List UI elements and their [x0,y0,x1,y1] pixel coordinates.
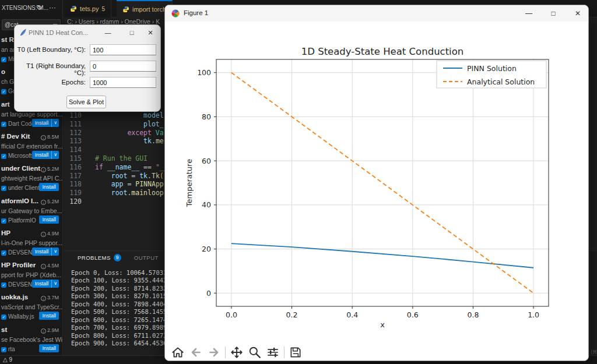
warnings-indicator[interactable]: △ 9 [3,356,12,363]
download-icon: ↓ [41,135,46,140]
legend-label: Analytical Solution [467,77,535,86]
publisher-icon: ✓ [1,282,6,288]
publisher-icon: ✓ [1,89,6,94]
line-number: 111 [64,120,82,128]
chevron-down-icon[interactable]: ∨ [51,151,59,159]
extension-publisher: ✓Dart Code [1,121,35,127]
save-icon[interactable] [289,345,303,359]
extension-description: ch G [1,78,14,85]
panel-tab-output[interactable]: OUTPUT [134,254,159,261]
legend-label: PINN Solution [467,64,517,73]
figure-title-bar[interactable]: Figure 1 — □ ✕ [165,5,588,22]
install-button[interactable]: Install [39,183,59,191]
chart-title: 1D Steady-State Heat Conduction [301,46,464,57]
line-number: 113 [64,137,82,145]
y-tick-label: 40 [202,200,211,209]
problems-badge: 9 [114,254,121,261]
y-tick-label: 0 [206,289,211,298]
extension-item[interactable]: under Client↓5.2Mghtweight Rest API C...… [0,165,63,196]
back-icon[interactable] [189,345,203,359]
publisher-icon: ✓ [1,250,6,256]
screen: 110 model = 111 plot_res112 except Value… [0,0,597,364]
extension-name: under Client [1,165,40,172]
plot-canvas[interactable]: 0.00.20.40.60.81.00204060801001D Steady-… [165,22,589,343]
install-button[interactable]: Install [39,344,59,352]
toolbar-separator [225,347,226,358]
install-button[interactable]: Install∨ [32,280,59,288]
publisher-icon: ✓ [1,314,6,320]
extension-name: HP [1,229,10,236]
extension-publisher: ✓Microsoft [1,153,32,159]
extension-name: st R [1,36,14,43]
download-count: ↓8.5M [41,134,59,140]
line-number: 114 [64,146,82,154]
t0-input[interactable] [90,44,156,55]
install-button[interactable]: Install∨ [32,151,59,159]
minimize-icon[interactable]: — [517,5,540,22]
line-chart: 0.00.20.40.60.81.00204060801001D Steady-… [165,22,589,343]
t1-input[interactable] [90,61,156,72]
install-button[interactable]: Install [39,312,59,320]
download-icon: ↓ [41,296,46,301]
figure-window-title: Figure 1 [184,9,208,16]
python-icon [70,5,77,12]
maximize-icon[interactable]: □ [542,5,565,22]
extension-item[interactable]: # Dev Kit↓8.5Mfficial C# extension fr...… [0,133,63,164]
terminal-line: Epoch 0, Loss: 10064.570312 [71,269,171,276]
background-text-fragment: (M [590,349,596,355]
forward-icon[interactable] [207,345,221,359]
extension-name: # Dev Kit [1,133,30,140]
series-analytical [231,73,533,294]
line-number: 110 [64,111,82,119]
epochs-input[interactable] [90,77,156,88]
download-count: ↓3.7M [41,295,59,301]
x-tick-label: 0.6 [407,310,419,319]
figure-window: Figure 1 — □ ✕ 0.00.20.40.60.81.00204060… [164,5,589,361]
maximize-icon[interactable]: □ [122,25,142,40]
t0-label: T0 (Left Boundary, °C): [17,46,86,53]
dialog-title-bar[interactable]: PINN 1D Heat Con... — □ ✕ [15,25,160,40]
more-actions-icon[interactable]: ··· [49,3,56,12]
refresh-icon[interactable]: ↻ [36,3,42,12]
tab-tets-py[interactable]: tets.py 5 [64,0,111,17]
terminal-line: Epoch 500, Loss: 7568.145508 [71,308,174,315]
extension-name: st [1,326,7,333]
extension-item[interactable]: atformIO I...↓5.2Mur Gateway to Embe...✓… [0,197,63,229]
download-icon: ↓ [41,167,46,172]
download-icon: ↓ [41,200,46,205]
zoom-to-rect-icon[interactable] [248,345,262,359]
line-number: 119 [64,189,82,197]
install-button[interactable]: Install [39,215,59,224]
close-icon[interactable]: ✕ [566,5,589,22]
download-count: ↓2.9M [41,327,59,334]
extension-description: ghtweight Rest API C... [1,175,63,182]
configure-subplots-icon[interactable] [266,345,280,359]
chevron-down-icon[interactable]: ∨ [51,119,59,127]
chevron-down-icon[interactable]: ∨ [51,280,59,288]
publisher-icon: ✓ [1,57,6,62]
terminal-line: Epoch 100, Loss: 9355.444336 [71,277,174,284]
extension-description: l-in-One PHP suppor... [1,239,62,246]
terminal-line: Epoch 300, Loss: 8270.101562 [71,292,174,299]
extension-name: uokka.js [1,294,28,301]
line-number: 116 [64,163,82,171]
tab-problem-count: 5 [101,6,105,12]
publisher-icon: ✓ [1,218,6,224]
home-icon[interactable] [171,345,185,359]
panel-tab-problems[interactable]: PROBLEMS 9 [78,254,121,261]
install-button[interactable]: Install∨ [32,119,59,127]
code-text: root.mainloop() [95,189,172,197]
extension-item[interactable]: HP↓4.9Ml-in-One PHP suppor...✓DEVSENSEIn… [0,229,63,261]
extension-item[interactable]: uokka.js↓3.7MvaScript and TypeScr...✓Wal… [0,294,63,325]
install-button[interactable]: Install∨ [32,248,59,256]
terminal-line: Epoch 200, Loss: 8714.823242 [71,285,174,292]
extension-item[interactable]: st↓2.9Mse Facebook's Jest Wi...✓rtaInsta… [0,326,63,355]
pan-icon[interactable] [230,345,244,359]
close-icon[interactable]: ✕ [141,25,160,40]
extension-item[interactable]: HP Profiler↓4.5Mpport for PHP (Xdeb...✓D… [0,261,63,293]
publisher-icon: ✓ [1,347,6,352]
minimize-icon[interactable]: — [98,25,118,40]
extension-publisher: ✓rta [1,346,15,352]
solve-and-plot-button[interactable]: Solve & Plot [66,96,106,108]
chevron-down-icon[interactable]: ∨ [51,248,59,256]
